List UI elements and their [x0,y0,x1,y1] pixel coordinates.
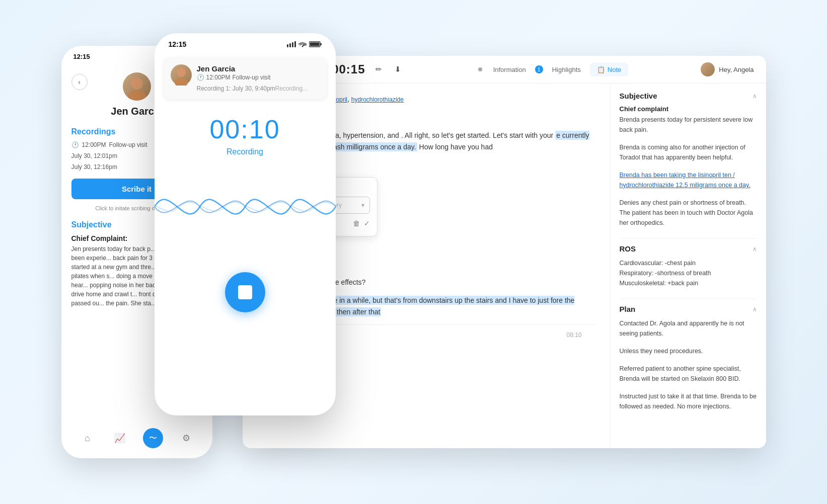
notif-rec-status: Recording... [275,85,308,92]
avatar-svg [123,72,151,101]
plan-item-3: Referred patient to another spine specia… [620,364,757,384]
tab-information-label: Information [493,66,526,73]
user-avatar [701,62,715,76]
ros-item-3: Musculoskeletal: +back pain [620,278,757,288]
confirm-icon[interactable]: ✓ [364,218,370,230]
edit-button[interactable]: ✏ [371,62,387,77]
delete-icon[interactable]: 🗑 [353,218,360,230]
divider-1 [620,238,757,238]
tab-note[interactable]: 📋 Note [590,63,628,76]
chief-complaint-text-2: Brenda is coming also for another inject… [620,142,757,162]
notif-appt-time: 12:00PM [206,74,231,81]
notif-patient-name: Jen Garcia [197,64,308,73]
svg-rect-4 [292,42,293,47]
notif-appt-row: 🕐 12:00PM Follow-up visit [197,74,308,81]
download-button[interactable]: ⬇ [391,62,406,77]
clock-icon: 🕐 [71,141,79,148]
notif-avatar-svg [171,64,192,86]
back-patient-avatar [123,72,151,101]
notif-rec-label: Recording 1: July 30, 9:40pm [197,85,275,92]
tablet-timer: 00:15 [332,62,365,76]
back-status-time: 12:15 [73,53,90,60]
rec-time-1: 12:00PM [82,141,106,148]
wave-icon: 〜 [149,433,157,444]
timestamp-display: 08:10 [566,330,581,340]
front-status-time: 12:15 [169,40,187,48]
svg-rect-8 [320,43,322,45]
home-icon[interactable]: ⌂ [79,429,97,447]
download-icon: ⬇ [395,65,401,74]
record-wave-button[interactable]: 〜 [143,428,163,448]
notif-rec-info: Recording 1: July 30, 9:40pm Recording..… [197,85,308,92]
plan-item-4: Instructed just to take it at that time.… [620,391,757,411]
right-panel: Subjective ∧ Chief complaint Brenda pres… [610,83,766,448]
svg-point-1 [128,91,146,101]
svg-point-0 [131,77,143,90]
stop-icon [238,285,252,299]
scene: 12:15 ▮▮▮ WiFi 🔋 ‹ Jen Garcia Recordings… [61,26,766,478]
notif-appt-type: Follow-up visit [233,74,271,81]
chief-complaint-title: Chief complaint [620,105,757,113]
note-icon: 📋 [597,66,605,73]
back-arrow-icon: ‹ [78,78,81,86]
notif-content: Jen Garcia 🕐 12:00PM Follow-up visit Rec… [197,64,308,92]
front-timer: 00:10 [155,114,336,144]
panel-plan-section: Plan ∧ Contacted Dr. Agola and apparentl… [620,305,757,411]
dropdown-chevron-icon: ▾ [361,200,364,210]
stop-recording-button[interactable] [225,272,265,312]
clock-icon-sm: 🕐 [197,74,204,81]
chief-complaint-text-3: Denies any chest pain or shortness of br… [620,198,757,228]
chief-complaint-text-1: Brenda presents today for persistent sev… [620,115,757,135]
svg-point-6 [302,46,303,47]
chief-complaint-link[interactable]: Brenda has been taking the lisinopril te… [620,170,757,190]
rec-date-3: July 30, 12:16pm [71,163,117,171]
panel-plan-title: Plan [620,305,636,313]
ros-item-2: Respiratory: -shortness of breath [620,268,757,278]
phone-front: 12:15 [155,33,336,415]
tab-information[interactable]: Information [486,63,533,76]
back-bottom-bar: ⌂ 📈 〜 ⚙ [61,428,212,448]
front-recording-label: Recording [155,147,336,156]
svg-rect-3 [289,43,291,47]
panel-plan-header: Plan ∧ [620,305,757,313]
panel-ros-title: ROS [620,244,636,253]
svg-point-10 [177,68,186,77]
tab-badge-highlights[interactable]: 1 [535,65,543,73]
panel-subjective-header: Subjective ∧ [620,92,757,100]
plan-item-2: Unless they need procedures. [620,346,757,356]
dot-icon [478,67,482,71]
chief-complaint-link-text: Brenda has been taking the lisinopril te… [620,172,750,189]
settings-icon[interactable]: ⚙ [177,429,195,447]
wifi-icon [298,41,307,47]
collapse-ros-button[interactable]: ∧ [753,245,757,253]
user-greeting: Hey, Angela [719,66,754,73]
svg-rect-9 [310,43,319,46]
signal-icon [287,41,296,47]
drug-tag-3[interactable]: hydrochlorothiazide [351,96,404,103]
wave-visualization [155,166,336,247]
tab-highlights-label: Highlights [552,66,581,73]
battery-icon [309,41,322,47]
divider-2 [620,298,757,299]
notification-card: Jen Garcia 🕐 12:00PM Follow-up visit Rec… [164,57,327,99]
svg-rect-5 [294,41,296,47]
ros-item-1: Cardiovascular: -chest pain [620,258,757,268]
collapse-plan-button[interactable]: ∧ [753,306,757,313]
tab-highlights[interactable]: Highlights [545,63,588,76]
svg-point-11 [175,78,188,86]
rec-date-2: July 30, 12:01pm [71,152,117,159]
tab-note-label: Note [608,66,621,73]
plan-item-1: Contacted Dr. Agola and apparently he is… [620,318,757,339]
back-button[interactable]: ‹ [71,74,88,90]
panel-subjective-section: Subjective ∧ Chief complaint Brenda pres… [620,92,757,228]
notif-avatar [171,64,192,86]
svg-rect-2 [287,44,288,47]
panel-subjective-title: Subjective [620,92,657,100]
panel-ros-header: ROS ∧ [620,244,757,253]
header-tabs: Information 1 Highlights 📋 Note [478,63,629,76]
wave-svg [155,166,336,247]
collapse-subjective-button[interactable]: ∧ [753,93,757,100]
stop-btn-area [155,272,336,312]
chart-icon[interactable]: 📈 [111,429,129,447]
front-status-icons [287,41,322,47]
